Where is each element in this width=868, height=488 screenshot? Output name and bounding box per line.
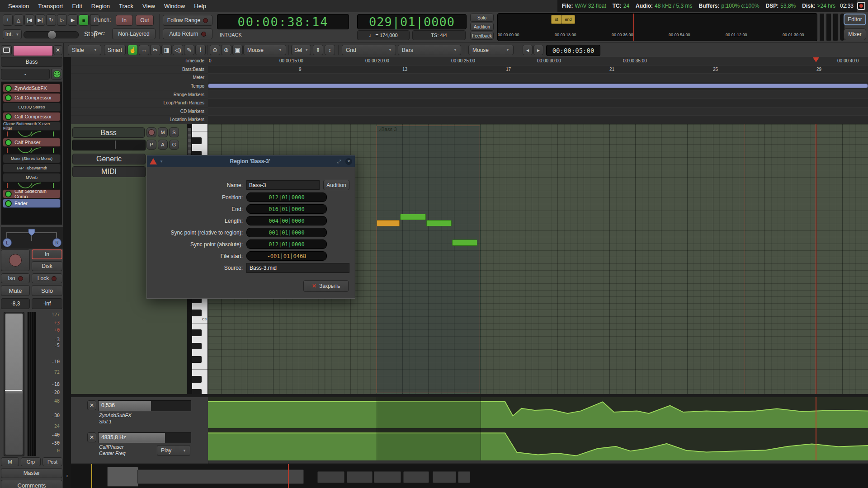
- edit-mode-dropdown[interactable]: Slide▼: [68, 45, 101, 55]
- ruler-row-timecode[interactable]: Timecode: [71, 57, 208, 66]
- lane2-mode-dropdown[interactable]: Play▼: [157, 445, 190, 456]
- strip-menu-button[interactable]: [1, 45, 12, 55]
- menu-item-edit[interactable]: Edit: [68, 1, 85, 11]
- draw-tool-button[interactable]: ✎: [184, 45, 194, 55]
- dialog-titlebar[interactable]: ▼ Region 'Bass-3' ⤢ ✕: [147, 155, 355, 167]
- black-key[interactable]: [192, 376, 202, 383]
- plugin-active-led[interactable]: [5, 200, 12, 207]
- lane1-close-button[interactable]: ✕: [87, 400, 96, 410]
- dialog-clock-field[interactable]: -001|01|0468: [246, 251, 327, 261]
- peak-display[interactable]: -inf: [32, 298, 62, 309]
- mute-button[interactable]: Mute: [1, 285, 30, 296]
- plugin-active-led[interactable]: [5, 85, 12, 92]
- edit-point-dropdown[interactable]: Mouse▼: [468, 45, 514, 55]
- editor-tab-button[interactable]: Editor: [844, 14, 866, 25]
- grid-dropdown[interactable]: Grid▼: [342, 45, 396, 55]
- black-key[interactable]: [192, 389, 202, 394]
- dialog-clock-field[interactable]: 012|01|0000: [246, 239, 327, 249]
- processor-calf-compressor[interactable]: Calf Compressor: [3, 112, 61, 121]
- sync-option-button[interactable]: Int.▼: [3, 29, 22, 39]
- processor-mixer-stereo-to-mono-[interactable]: Mixer (Stereo to Mono): [3, 154, 61, 163]
- midi-note[interactable]: [377, 220, 400, 226]
- bars-beats-ruler[interactable]: 91317212529: [208, 66, 868, 74]
- output-button[interactable]: Master: [1, 468, 62, 478]
- ruler-row-bars-beats[interactable]: Bars:Beats: [71, 66, 208, 74]
- cut-tool-button[interactable]: ✂: [150, 45, 160, 55]
- feedback-indicator-button[interactable]: Feedback: [470, 32, 494, 40]
- dialog-close-icon[interactable]: ✕: [345, 158, 352, 165]
- track-name-plate[interactable]: Bass: [72, 127, 145, 138]
- auto-return-button[interactable]: Auto Return: [163, 28, 212, 39]
- sync-source-label[interactable]: INT/JACK: [220, 32, 242, 38]
- gain-fader[interactable]: [4, 312, 24, 456]
- loop-button[interactable]: ↻: [46, 14, 56, 26]
- menu-item-help[interactable]: Help: [190, 1, 210, 11]
- tempo-button[interactable]: ♩ = 174,000: [357, 30, 410, 40]
- solo-iso-button[interactable]: Iso: [1, 273, 30, 283]
- mini-timeline[interactable]: 00:00:00:0000:00:18:0000:00:36:0000:00:5…: [497, 13, 817, 41]
- processor-eq10q-stereo[interactable]: EQ10Q Stereo: [3, 103, 61, 112]
- processor-zynaddsubfx[interactable]: ZynAddSubFX: [3, 84, 61, 93]
- ruler-row-meter[interactable]: Meter: [71, 74, 208, 82]
- smart-mode-button[interactable]: Smart: [104, 45, 126, 55]
- record-enable-button[interactable]: [1, 249, 30, 271]
- ruler-row-tempo[interactable]: Tempo: [71, 82, 208, 91]
- menu-item-region[interactable]: Region: [88, 1, 113, 11]
- nudge-clock[interactable]: 00:00:05:00: [546, 45, 600, 56]
- session-start-marker[interactable]: st: [551, 15, 562, 24]
- follow-range-button[interactable]: Follow Range: [163, 15, 212, 26]
- midi-input-button[interactable]: [51, 69, 62, 80]
- track-automation-button[interactable]: A: [158, 140, 168, 150]
- playhead-marker-icon[interactable]: [813, 57, 819, 62]
- track-gain-slider[interactable]: [72, 140, 146, 150]
- panner[interactable]: L R: [1, 227, 63, 249]
- processor-box[interactable]: ZynAddSubFXCalf CompressorEQ10Q StereoCa…: [1, 81, 62, 225]
- processor-calf-phaser[interactable]: Calf Phaser: [3, 138, 61, 147]
- processor-calf-compressor[interactable]: Calf Compressor: [3, 93, 61, 102]
- track-height-dropdown[interactable]: Sel▼: [291, 45, 311, 55]
- ruler-row-cd-markers[interactable]: CD Markers: [71, 108, 208, 116]
- window-menu-icon[interactable]: ▼: [160, 160, 163, 164]
- plugin-active-led[interactable]: [5, 113, 12, 120]
- play-selection-button[interactable]: ▷: [57, 14, 67, 26]
- nudge-right-button[interactable]: ▸: [533, 45, 543, 55]
- monitor-input-button[interactable]: In: [32, 249, 62, 259]
- menu-item-view[interactable]: View: [139, 1, 159, 11]
- plugin-active-led[interactable]: [5, 191, 12, 197]
- play-button[interactable]: ▶: [68, 14, 78, 26]
- timecode-ruler[interactable]: 000:00:15:0000:00:20:0000:00:25:0000:00:…: [208, 57, 868, 66]
- midi-panic-button[interactable]: !: [3, 14, 13, 26]
- goto-start-button[interactable]: |◀: [24, 14, 34, 26]
- black-key[interactable]: [192, 137, 202, 144]
- solo-button-strip[interactable]: Solo: [32, 285, 62, 296]
- time-signature-button[interactable]: TS: 4/4: [412, 30, 466, 40]
- black-key[interactable]: [192, 329, 202, 336]
- track-mute-button[interactable]: M: [158, 127, 168, 137]
- menu-item-track[interactable]: Track: [115, 1, 137, 11]
- zoom-in-button[interactable]: ⊕: [221, 45, 231, 55]
- meter-post-button[interactable]: Post: [42, 457, 62, 466]
- dialog-clock-field[interactable]: 004|00|0000: [246, 216, 327, 225]
- black-key[interactable]: [192, 343, 202, 350]
- zoom-out-button[interactable]: ⊖: [210, 45, 220, 55]
- track-group-button[interactable]: G: [169, 140, 179, 150]
- secondary-clock[interactable]: 029|01|0000: [357, 14, 467, 29]
- mixer-tab-button[interactable]: Mixer: [844, 28, 866, 40]
- monitor-disk-button[interactable]: Disk: [32, 261, 62, 271]
- plugin-active-led[interactable]: [5, 94, 12, 101]
- punch-in-button[interactable]: In: [116, 15, 133, 26]
- playhead-line[interactable]: [816, 124, 816, 394]
- ruler-row-loop-punch-ranges[interactable]: Loop/Punch Ranges: [71, 99, 208, 108]
- primary-clock[interactable]: 00:00:38:14: [217, 14, 349, 29]
- ruler-area[interactable]: 000:00:15:0000:00:20:0000:00:25:0000:00:…: [208, 57, 868, 124]
- metronome-button[interactable]: △: [14, 14, 24, 26]
- gain-display[interactable]: -8,3: [1, 298, 30, 309]
- session-end-marker[interactable]: end: [561, 15, 575, 24]
- midi-note[interactable]: [426, 220, 452, 226]
- zoom-fit-button[interactable]: ▣: [232, 45, 243, 55]
- midi-note[interactable]: [452, 239, 477, 246]
- processor-glame-butterworth-x-over-filter[interactable]: Glame Butterworth X-over Filter: [3, 122, 61, 131]
- track-rec-enable-button[interactable]: [146, 127, 156, 137]
- black-key[interactable]: [192, 356, 202, 363]
- shuttle-handle[interactable]: [47, 30, 57, 39]
